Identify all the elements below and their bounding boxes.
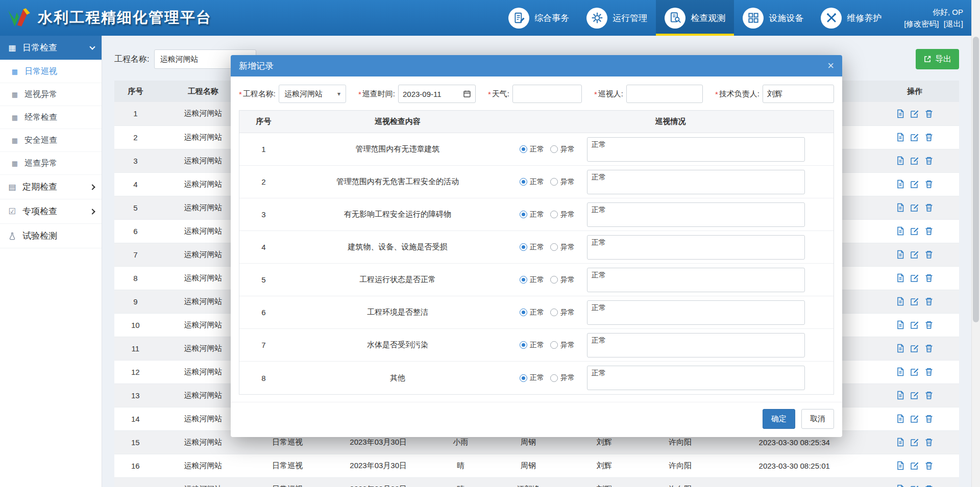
edit-icon[interactable]: [910, 226, 920, 236]
view-icon[interactable]: [895, 414, 905, 424]
logout-link[interactable]: [退出]: [944, 19, 963, 28]
patrol-note-textarea[interactable]: 正常: [587, 235, 805, 260]
delete-icon[interactable]: [924, 343, 934, 353]
view-icon[interactable]: [895, 460, 905, 471]
modal-tech-leader-input[interactable]: [763, 85, 834, 103]
nav-item-inspection-observation[interactable]: 检查观测: [656, 0, 734, 36]
scrollbar-thumb[interactable]: [973, 37, 979, 322]
radio-normal[interactable]: 正常: [520, 373, 544, 382]
radio-abnormal[interactable]: 异常: [550, 243, 575, 252]
view-icon[interactable]: [895, 226, 905, 236]
edit-icon[interactable]: [910, 109, 920, 119]
view-icon[interactable]: [895, 296, 905, 306]
view-icon[interactable]: [895, 179, 905, 189]
edit-icon[interactable]: [910, 414, 920, 424]
radio-normal[interactable]: 正常: [520, 210, 544, 219]
radio-abnormal[interactable]: 异常: [550, 145, 575, 154]
export-button[interactable]: 导出: [916, 49, 959, 69]
patrol-note-textarea[interactable]: 正常: [587, 202, 805, 227]
radio-normal[interactable]: 正常: [520, 177, 544, 187]
sidebar-item-safety-patrol[interactable]: ▦安全巡查: [0, 129, 102, 152]
edit-icon[interactable]: [910, 156, 920, 166]
delete-icon[interactable]: [924, 109, 934, 119]
change-password-link[interactable]: [修改密码]: [904, 19, 939, 28]
view-icon[interactable]: [895, 156, 905, 166]
edit-icon[interactable]: [910, 202, 920, 213]
sidebar-item-patrol-abnormal[interactable]: ▦巡视异常: [0, 83, 102, 106]
radio-abnormal[interactable]: 异常: [550, 308, 575, 317]
edit-icon[interactable]: [910, 484, 920, 487]
view-icon[interactable]: [895, 109, 905, 119]
view-icon[interactable]: [895, 437, 905, 447]
delete-icon[interactable]: [924, 367, 934, 377]
delete-icon[interactable]: [924, 437, 934, 447]
view-icon[interactable]: [895, 273, 905, 283]
radio-abnormal[interactable]: 异常: [550, 210, 575, 219]
close-icon[interactable]: ×: [827, 60, 834, 71]
edit-icon[interactable]: [910, 460, 920, 471]
patrol-note-textarea[interactable]: 正常: [587, 268, 805, 292]
modal-project-select[interactable]: 运粮河闸站 ▾: [279, 85, 346, 103]
page-scrollbar[interactable]: [971, 0, 980, 487]
sidebar-item-patrol-check-abnormal[interactable]: ▦巡查异常: [0, 152, 102, 175]
edit-icon[interactable]: [910, 367, 920, 377]
patrol-note-textarea[interactable]: 正常: [587, 300, 805, 325]
delete-icon[interactable]: [924, 226, 934, 236]
view-icon[interactable]: [895, 484, 905, 487]
edit-icon[interactable]: [910, 390, 920, 400]
cancel-button[interactable]: 取消: [801, 409, 834, 429]
edit-icon[interactable]: [910, 132, 920, 142]
edit-icon[interactable]: [910, 437, 920, 447]
patrol-note-textarea[interactable]: 正常: [587, 170, 805, 194]
view-icon[interactable]: [895, 132, 905, 142]
edit-icon[interactable]: [910, 273, 920, 283]
radio-normal[interactable]: 正常: [520, 145, 544, 154]
delete-icon[interactable]: [924, 414, 934, 424]
nav-item-general-affairs[interactable]: 综合事务: [500, 0, 578, 36]
patrol-note-textarea[interactable]: 正常: [587, 137, 805, 162]
delete-icon[interactable]: [924, 249, 934, 260]
confirm-button[interactable]: 确定: [763, 409, 795, 429]
modal-weather-input[interactable]: [512, 85, 582, 103]
sidebar-item-daily-inspection[interactable]: ▦日常检查: [0, 36, 102, 60]
view-icon[interactable]: [895, 202, 905, 213]
sidebar-item-daily-patrol[interactable]: ▦日常巡视: [0, 60, 102, 83]
patrol-note-textarea[interactable]: 正常: [587, 333, 805, 357]
view-icon[interactable]: [895, 320, 905, 330]
sidebar-item-special-inspection[interactable]: ☑专项检查: [0, 199, 102, 224]
delete-icon[interactable]: [924, 156, 934, 166]
radio-normal[interactable]: 正常: [520, 341, 544, 350]
view-icon[interactable]: [895, 390, 905, 400]
delete-icon[interactable]: [924, 320, 934, 330]
nav-item-operation-management[interactable]: 运行管理: [578, 0, 656, 36]
delete-icon[interactable]: [924, 296, 934, 306]
sidebar-item-periodic-inspection[interactable]: ▤定期检查: [0, 175, 102, 199]
view-icon[interactable]: [895, 343, 905, 353]
edit-icon[interactable]: [910, 249, 920, 260]
radio-abnormal[interactable]: 异常: [550, 373, 575, 382]
sidebar-item-regular-check[interactable]: ▦经常检查: [0, 106, 102, 129]
delete-icon[interactable]: [924, 484, 934, 487]
sidebar-item-test-detection[interactable]: 试验检测: [0, 224, 102, 248]
nav-item-facility-equipment[interactable]: 设施设备: [734, 0, 812, 36]
delete-icon[interactable]: [924, 273, 934, 283]
view-icon[interactable]: [895, 249, 905, 260]
radio-abnormal[interactable]: 异常: [550, 177, 575, 187]
modal-inspector-input[interactable]: [626, 85, 703, 103]
edit-icon[interactable]: [910, 343, 920, 353]
radio-normal[interactable]: 正常: [520, 275, 544, 285]
delete-icon[interactable]: [924, 132, 934, 142]
delete-icon[interactable]: [924, 202, 934, 213]
edit-icon[interactable]: [910, 179, 920, 189]
view-icon[interactable]: [895, 367, 905, 377]
delete-icon[interactable]: [924, 179, 934, 189]
edit-icon[interactable]: [910, 320, 920, 330]
radio-normal[interactable]: 正常: [520, 243, 544, 252]
nav-item-maintenance[interactable]: 维修养护: [812, 0, 890, 36]
edit-icon[interactable]: [910, 296, 920, 306]
radio-abnormal[interactable]: 异常: [550, 275, 575, 285]
delete-icon[interactable]: [924, 390, 934, 400]
modal-date-input[interactable]: 2023-09-11: [398, 85, 476, 103]
patrol-note-textarea[interactable]: 正常: [587, 366, 805, 390]
delete-icon[interactable]: [924, 460, 934, 471]
